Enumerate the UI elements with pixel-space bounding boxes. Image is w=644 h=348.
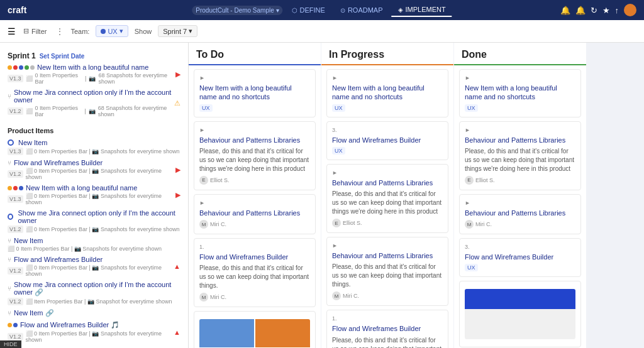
todo-title: To Do xyxy=(196,49,224,60)
kanban-card[interactable]: ► New Item with a long beautiful name an… xyxy=(326,69,448,117)
roadmap-icon: ⊙ xyxy=(340,7,345,14)
kanban-card[interactable]: ► New Item with a long beautiful name an… xyxy=(459,69,581,117)
card-assignee: M Miri C. xyxy=(465,220,575,229)
star-icon[interactable]: ★ xyxy=(602,6,610,15)
avatar: E xyxy=(199,176,208,185)
card-title: Behaviour and Patterns Libraries xyxy=(332,178,443,187)
avatar: M xyxy=(199,220,208,229)
notification-icon[interactable]: 🔔 xyxy=(575,6,586,15)
sidebar: Sprint 1 Set Sprint Date New Item with a… xyxy=(0,43,189,348)
card-body: Please, do this and that it's critical f… xyxy=(332,190,443,216)
nav-right: 🔔 🔔 ↻ ★ ↑ xyxy=(560,4,637,16)
kanban-card-image[interactable] xyxy=(194,311,316,348)
hamburger-icon[interactable]: ☰ xyxy=(8,26,16,36)
todo-header: To Do xyxy=(189,43,321,65)
kanban-card[interactable]: 3. Flow and Wireframes Builder UX xyxy=(459,238,581,277)
user-avatar[interactable] xyxy=(624,4,636,16)
more-menu-icon[interactable]: ⋮ xyxy=(55,26,64,36)
avatar: M xyxy=(332,291,341,300)
item-warning-icon[interactable]: ⚠ xyxy=(174,99,180,107)
kanban-card[interactable]: ► Behaviour and Patterns Libraries M Mir… xyxy=(194,194,316,234)
product-item-title: Show me Jira connect option only if I'm … xyxy=(8,209,180,224)
kanban-card[interactable]: ► Behaviour and Patterns Libraries Pleas… xyxy=(459,121,581,190)
kanban-card[interactable]: 1. Flow and Wireframes Builder Please, d… xyxy=(194,238,316,307)
tab-define[interactable]: ⬡ DEFINE xyxy=(286,4,331,16)
card-assignee: E Elliot S. xyxy=(332,219,443,227)
kanban-card[interactable]: ► Behaviour and Patterns Libraries Pleas… xyxy=(326,237,448,306)
card-assignee: M Miri C. xyxy=(199,220,310,229)
tab-implement[interactable]: ◈ IMPLEMENT xyxy=(392,3,452,17)
kanban-card-thumb[interactable] xyxy=(459,281,581,347)
kanban-card[interactable]: 1. Flow and Wireframes Builder Please, d… xyxy=(326,310,448,348)
card-assignee: UX xyxy=(199,104,310,112)
card-assignee: UX xyxy=(465,104,575,112)
item-action-icon[interactable]: ▲ xyxy=(174,263,180,270)
list-item[interactable]: New Item with a long beautiful name V1.3… xyxy=(0,182,188,207)
kanban-card[interactable]: ► Behaviour and Patterns Libraries M Mir… xyxy=(459,194,581,234)
kanban-card[interactable]: ► New Item with a long beautiful name an… xyxy=(194,69,316,117)
card-tag: ► xyxy=(199,75,310,81)
list-item[interactable]: ⑂ Flow and Wireframes Builder V1.2 ⬜ 0 I… xyxy=(0,157,188,182)
item-action-icon[interactable]: ▶ xyxy=(175,191,180,199)
inprogress-column: In Progress ► New Item with a long beaut… xyxy=(321,43,453,348)
done-cards: ► New Item with a long beautiful name an… xyxy=(454,65,586,348)
image-cell xyxy=(199,319,254,347)
card-assignee: M Miri C. xyxy=(332,291,443,300)
todo-column: To Do ► New Item with a long beautiful n… xyxy=(189,43,321,348)
product-item-title: Flow and Wireframes Builder 🎵 xyxy=(8,321,174,329)
team-selector[interactable]: UX ▾ xyxy=(96,25,128,37)
card-number: 3. xyxy=(332,127,443,133)
list-item[interactable]: Show me Jira connect option only if I'm … xyxy=(0,207,188,235)
kanban-card[interactable]: 3. Flow and Wireframes Builder UX xyxy=(326,121,448,160)
bell-icon[interactable]: 🔔 xyxy=(560,6,570,15)
filter-button[interactable]: ⊟ Filter xyxy=(23,27,47,35)
card-number: 1. xyxy=(332,315,443,322)
item-action-icon[interactable]: ▲ xyxy=(174,329,180,336)
kanban-card[interactable]: ► Behaviour and Patterns Libraries Pleas… xyxy=(326,164,448,233)
list-item[interactable]: ⑂ New Item ⬜ 0 Item Properties Bar | 📷 S… xyxy=(0,235,188,254)
product-item-title: ⑂ Flow and Wireframes Builder xyxy=(8,256,174,263)
product-item-title: ⑂ New Item 🔗 xyxy=(8,309,180,317)
done-header: Done xyxy=(454,43,586,65)
sprint-item-meta: V1.3 ⬜ 0 Item Properties Bar | 📷 68 Snap… xyxy=(8,72,175,85)
list-item[interactable]: New Item with a long beautiful name V1.3… xyxy=(0,62,188,87)
list-item[interactable]: ⑂ Show me Jira connect option only if I'… xyxy=(0,87,188,119)
top-nav: craft ProductCult - Demo Sample ▾ ⬡ DEFI… xyxy=(0,0,644,20)
list-item[interactable]: ⑂ Flow and Wireframes Builder V1.2 ⬜ 0 I… xyxy=(0,254,188,279)
demo-badge[interactable]: ProductCult - Demo Sample ▾ xyxy=(192,6,282,15)
list-item[interactable]: ⑂ New Item 🔗 xyxy=(0,307,188,319)
kanban-card[interactable]: ► Behaviour and Patterns Libraries Pleas… xyxy=(194,121,316,190)
card-tag: ► xyxy=(465,75,575,81)
card-number: 3. xyxy=(465,244,575,250)
card-assignee: E Elliot S. xyxy=(465,176,575,185)
product-item-meta: ⬜ 0 Item Properties Bar | 📷 Snapshots fo… xyxy=(8,246,180,252)
list-item[interactable]: New Item V1.3 ⬜ 0 Item Properties Bar | … xyxy=(0,137,188,157)
item-action-icon[interactable]: ▶ xyxy=(175,166,180,174)
card-tag: ► xyxy=(199,127,310,133)
status-dots xyxy=(8,65,35,70)
circle-icon xyxy=(8,214,13,220)
set-sprint-date[interactable]: Set Sprint Date xyxy=(40,53,85,60)
product-item-title: ⑂ Show me Jira connect option only if I'… xyxy=(8,281,180,296)
list-item[interactable]: ⑂ Show me Jira connect option only if I'… xyxy=(0,279,188,307)
avatar: E xyxy=(465,176,474,185)
branch-icon: ⑂ xyxy=(8,93,11,100)
card-assignee: E Elliot S. xyxy=(199,176,310,185)
card-assignee: UX xyxy=(332,104,443,112)
product-item-meta: V1.2 ⬜ 0 Item Properties Bar | 📷 Snapsho… xyxy=(8,330,174,343)
item-action-icon[interactable]: ▶ xyxy=(175,70,180,79)
tab-roadmap[interactable]: ⊙ ROADMAP xyxy=(334,4,389,16)
card-title: Behaviour and Patterns Libraries xyxy=(465,136,575,144)
card-tag: ► xyxy=(199,200,310,206)
done-title: Done xyxy=(462,49,487,60)
sprint-selector[interactable]: Sprint 7 ▾ xyxy=(158,25,197,37)
refresh-icon[interactable]: ↻ xyxy=(591,6,597,15)
image-cell xyxy=(255,319,310,347)
avatar: M xyxy=(199,293,208,302)
list-item[interactable]: Flow and Wireframes Builder 🎵 V1.2 ⬜ 0 I… xyxy=(0,319,188,345)
product-item-meta: V1.3 ⬜ 0 Item Properties Bar | 📷 Snapsho… xyxy=(8,193,175,205)
share-icon[interactable]: ↑ xyxy=(615,6,619,15)
filter-icon: ⊟ xyxy=(23,27,29,35)
card-title: New Item with a long beautiful name and … xyxy=(465,84,575,102)
hide-bar[interactable]: HIDE xyxy=(0,340,21,348)
